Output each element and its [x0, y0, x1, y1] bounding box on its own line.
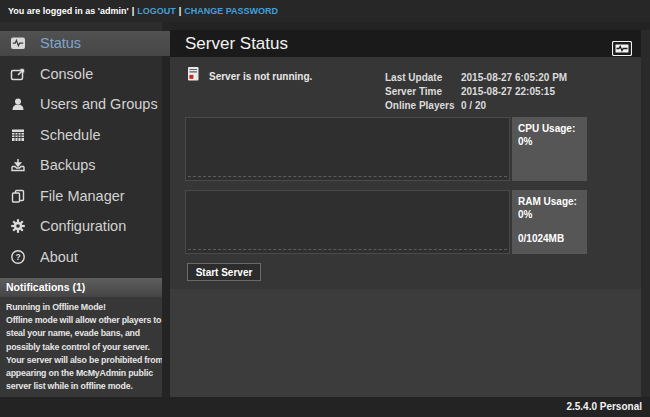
status-icon: [10, 35, 26, 51]
sidebar-item-console[interactable]: Console: [0, 62, 170, 87]
page-title: Server Status: [185, 34, 288, 53]
sidebar-item-label: Backups: [40, 157, 96, 173]
ram-usage-value: 0%: [518, 209, 532, 220]
logged-in-text: You are logged in as 'admin': [8, 6, 129, 16]
chart-baseline: [188, 176, 507, 177]
notifications-panel: Running in Offline Mode! Offline mode wi…: [0, 297, 170, 397]
notification-text: Offline mode will allow other players to…: [6, 315, 163, 391]
server-info: Last Update2015-08-27 6:05:20 PM Server …: [385, 71, 567, 113]
sidebar-item-label: Status: [40, 35, 81, 51]
start-server-button[interactable]: Start Server: [187, 263, 261, 281]
server-status-row: Server is not running.: [186, 66, 312, 86]
ram-usage-panel: RAM Usage: 0% 0/1024MB: [512, 190, 587, 254]
backups-icon: [10, 157, 26, 173]
gear-icon: [10, 218, 26, 234]
server-state-icon: [186, 66, 200, 86]
sidebar-item-label: Configuration: [40, 218, 126, 234]
graph-toggle-icon[interactable]: [612, 37, 632, 52]
change-password-link[interactable]: CHANGE PASSWORD: [184, 6, 278, 16]
cpu-usage-value: 0%: [518, 136, 532, 147]
footer-bar: 2.5.4.0 Personal: [0, 397, 650, 417]
sidebar-item-backups[interactable]: Backups: [0, 153, 170, 178]
svg-text:?: ?: [15, 252, 20, 262]
chart-baseline: [188, 249, 507, 250]
question-icon: ?: [10, 249, 26, 265]
status-content: Server is not running. Last Update2015-0…: [170, 57, 641, 289]
sidebar-item-label: Users and Groups: [40, 96, 158, 112]
info-row-online-players: Online Players0 / 20: [385, 99, 567, 113]
page-header: Server Status: [170, 30, 641, 57]
info-row-last-update: Last Update2015-08-27 6:05:20 PM: [385, 71, 567, 85]
notifications-header: Notifications (1): [0, 278, 170, 297]
console-icon: [10, 66, 26, 82]
sidebar-menu: Status Console Users and Groups Schedule…: [0, 22, 170, 269]
sidebar-item-label: File Manager: [40, 188, 125, 204]
version-label: 2.5.4.0 Personal: [566, 401, 642, 412]
sidebar-item-label: Console: [40, 66, 93, 82]
sidebar-item-label: Schedule: [40, 127, 100, 143]
users-icon: [10, 96, 26, 112]
sidebar: Status Console Users and Groups Schedule…: [0, 22, 170, 397]
cpu-usage-label: CPU Usage:: [518, 123, 575, 134]
sidebar-edge-shadow: [162, 22, 170, 397]
sidebar-item-status[interactable]: Status: [0, 31, 170, 56]
sidebar-item-file-manager[interactable]: File Manager: [0, 184, 170, 209]
file-manager-icon: [10, 188, 26, 204]
sidebar-item-users-and-groups[interactable]: Users and Groups: [0, 92, 170, 117]
cpu-usage-chart: [185, 117, 510, 181]
logout-link[interactable]: LOGOUT: [137, 6, 176, 16]
sidebar-item-label: About: [40, 249, 78, 265]
sidebar-item-schedule[interactable]: Schedule: [0, 123, 170, 148]
cpu-usage-panel: CPU Usage: 0%: [512, 117, 587, 181]
ram-usage-label: RAM Usage:: [518, 196, 577, 207]
sidebar-item-about[interactable]: ? About: [0, 245, 170, 270]
schedule-icon: [10, 127, 26, 143]
ram-usage-detail: 0/1024MB: [518, 233, 583, 246]
info-row-server-time: Server Time2015-08-27 22:05:15: [385, 85, 567, 99]
notification-title: Running in Offline Mode!: [6, 302, 106, 312]
sidebar-item-configuration[interactable]: Configuration: [0, 214, 170, 239]
server-status-message: Server is not running.: [209, 71, 312, 82]
ram-usage-chart: [185, 190, 510, 254]
top-bar: You are logged in as 'admin'|LOGOUT|CHAN…: [0, 0, 650, 22]
main-pane: Server Status Server is not running. Las…: [170, 30, 641, 397]
